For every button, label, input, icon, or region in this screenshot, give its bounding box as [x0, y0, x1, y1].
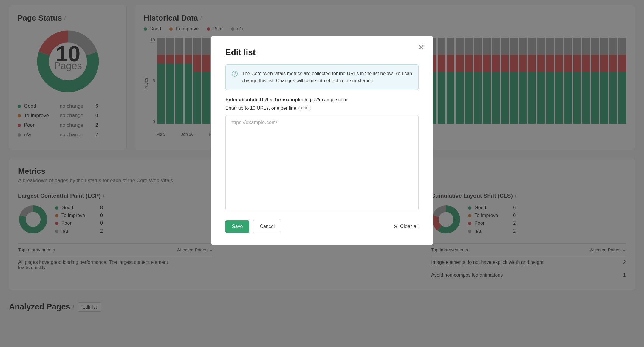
modal-info-box: ? The Core Web Vitals metrics are collec… [225, 64, 419, 90]
modal-instruction-2: Enter up to 10 URLs, one per line 0/10 [225, 106, 419, 111]
modal-info-text: The Core Web Vitals metrics are collecte… [242, 70, 412, 84]
save-button[interactable]: Save [225, 220, 249, 233]
modal-actions: Save Cancel ✕ Clear all [225, 220, 419, 233]
modal-instruction-example: https://example.com [305, 97, 347, 102]
close-icon[interactable]: ✕ [418, 43, 425, 52]
modal-instruction2-text: Enter up to 10 URLs, one per line [225, 106, 296, 111]
url-input-textarea[interactable] [225, 115, 419, 210]
close-icon: ✕ [394, 224, 398, 230]
modal-instruction-bold: Enter absolute URLs, for example: [225, 97, 303, 102]
help-icon: ? [232, 71, 238, 77]
modal-title: Edit list [225, 48, 419, 57]
modal-instruction: Enter absolute URLs, for example: https:… [225, 97, 419, 103]
url-counter-badge: 0/10 [298, 106, 311, 111]
modal-overlay[interactable]: ✕ Edit list ? The Core Web Vitals metric… [0, 0, 644, 347]
clear-all-label: Clear all [400, 224, 419, 230]
edit-list-modal: ✕ Edit list ? The Core Web Vitals metric… [211, 36, 433, 245]
cancel-button[interactable]: Cancel [253, 220, 281, 233]
clear-all-button[interactable]: ✕ Clear all [394, 224, 419, 230]
